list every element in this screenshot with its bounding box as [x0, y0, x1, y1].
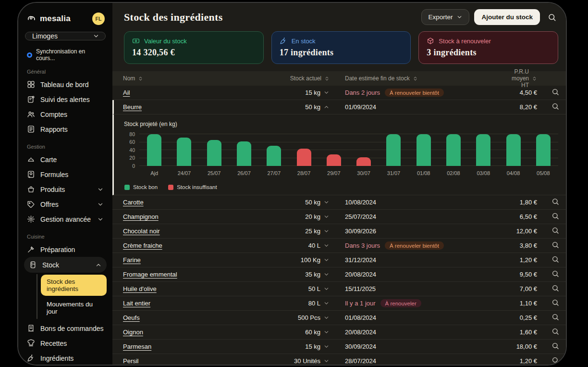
row-search-button[interactable] — [537, 88, 559, 97]
ingredient-name-link[interactable]: Champignon — [123, 213, 282, 220]
add-stock-button[interactable]: Ajouter du stock — [474, 9, 540, 25]
row-search-button[interactable] — [537, 212, 559, 221]
ingredient-name-link[interactable]: Ail — [123, 89, 282, 96]
chart-bar — [297, 149, 311, 166]
ingredient-name-link[interactable]: Carotte — [123, 199, 282, 206]
ingredient-name-link[interactable]: Parmesan — [123, 343, 282, 350]
table-row[interactable]: Lait entier80 LIl y a 1 jourÀ renouveler… — [112, 296, 566, 311]
end-of-stock-date: Dans 2 jours — [345, 89, 380, 96]
sidebar-item-recettes[interactable]: Recettes — [24, 336, 107, 351]
row-search-button[interactable] — [537, 227, 559, 236]
stock-quantity-select[interactable]: 20 kg — [282, 213, 330, 220]
ingredient-name-link[interactable]: Crème fraiche — [123, 242, 282, 249]
sidebar-subitem-mouvements-du-jour[interactable]: Mouvements du jour — [41, 297, 107, 318]
stock-quantity-select[interactable]: 35 kg — [282, 271, 330, 278]
table-row[interactable]: Parmesan15 kg30/09/202418,00 € — [112, 340, 566, 354]
sidebar-item-bons-de-commandes[interactable]: Bons de commandes — [24, 321, 107, 336]
table-row[interactable]: Beurre50 kg01/09/20248,20 € — [112, 100, 566, 114]
sidebar-item-carte[interactable]: Carte — [24, 152, 107, 167]
sidebar-item-label: Recettes — [40, 340, 67, 347]
search-icon — [551, 241, 559, 250]
chevron-down-icon — [323, 214, 330, 220]
table-row[interactable]: Carotte50 kg10/08/20241,80 € — [112, 195, 566, 210]
unit-price: 4,50 € — [508, 89, 537, 96]
sidebar-item-label: Comptes — [40, 111, 67, 118]
table-row[interactable]: Persil30 Unités28/07/20241,20 € — [112, 354, 566, 365]
row-search-button[interactable] — [537, 356, 559, 365]
avatar[interactable]: FL — [92, 13, 105, 25]
row-search-button[interactable] — [537, 299, 559, 308]
ingredient-name-link[interactable]: Farine — [123, 256, 282, 264]
global-search-button[interactable] — [546, 11, 558, 24]
ingredient-name-link[interactable]: Persil — [123, 357, 282, 365]
sidebar-subitem-stock-des-ingredients[interactable]: Stock des ingrédients — [41, 275, 107, 296]
ingredient-name-link[interactable]: Fromage emmental — [123, 271, 282, 278]
stock-quantity-select[interactable]: 25 kg — [282, 228, 330, 235]
stock-quantity-select[interactable]: 30 Unités — [282, 357, 330, 365]
brand-logo-icon — [27, 14, 37, 24]
ingredient-name-link[interactable]: Oeufs — [123, 314, 282, 321]
stock-quantity-select[interactable]: 15 kg — [282, 343, 330, 350]
stock-quantity-select[interactable]: 100 Kg — [282, 256, 330, 264]
stock-quantity-select[interactable]: 40 L — [282, 242, 330, 249]
sidebar-item-gestion-avancee[interactable]: Gestion avancée — [24, 212, 107, 227]
table-row[interactable]: Huile d'olive50 L15/11/20257,00 € — [112, 282, 566, 296]
column-header-stock-actuel[interactable]: Stock actuel — [290, 75, 330, 82]
stock-quantity-select[interactable]: 50 kg — [282, 199, 330, 206]
table-row[interactable]: Crème fraiche40 LDans 3 joursÀ renouvele… — [112, 239, 566, 253]
stock-quantity-select[interactable]: 60 kg — [282, 329, 330, 336]
row-search-button[interactable] — [537, 270, 559, 279]
column-header-nom[interactable]: Nom — [123, 75, 143, 82]
sidebar-item-stock[interactable]: Stock — [24, 257, 107, 273]
app-window: mesalia FL Limoges Synchronisation en co… — [17, 2, 567, 366]
stock-quantity: 60 kg — [305, 329, 320, 336]
sidebar-item-comptes[interactable]: Comptes — [24, 107, 107, 122]
table-row[interactable]: Oignon60 kg20/08/20241,60 € — [112, 325, 566, 340]
sync-status: Synchronisation en cours... — [27, 48, 104, 62]
table-row[interactable]: Oeufs500 Pcs01/08/20240,25 € — [112, 311, 566, 325]
table-row[interactable]: Fromage emmental35 kg20/08/20249,50 € — [112, 267, 566, 282]
sidebar-item-formules[interactable]: Formules — [24, 167, 107, 182]
sidebar-item-produits[interactable]: Produits — [24, 182, 107, 197]
sidebar-item-preparation[interactable]: Préparation — [24, 242, 107, 257]
stock-quantity-select[interactable]: 500 Pcs — [282, 314, 330, 321]
table-row[interactable]: Ail15 kgDans 2 joursÀ renouveler bientôt… — [112, 86, 566, 100]
chart-bar — [177, 138, 191, 166]
chevron-down-icon — [323, 228, 330, 234]
sidebar-item-rapports[interactable]: Rapports — [24, 122, 107, 137]
ingredient-name-link[interactable]: Lait entier — [123, 300, 282, 307]
table-row[interactable]: Champignon20 kg25/07/20246,50 € — [112, 210, 566, 224]
ingredient-name-link[interactable]: Oignon — [123, 329, 282, 336]
sidebar-item-tableau-de-bord[interactable]: Tableau de bord — [24, 77, 107, 92]
row-search-button[interactable] — [537, 255, 559, 265]
sort-icon — [138, 76, 143, 81]
chart-plot: 020406080 — [139, 134, 558, 166]
export-button[interactable]: Exporter — [421, 9, 469, 25]
table-row[interactable]: Chocolat noir25 kg30/09/202612,00 € — [112, 224, 566, 239]
table-row[interactable]: Farine100 Kg31/12/20241,20 € — [112, 253, 566, 267]
sidebar-item-label: Préparation — [40, 246, 75, 253]
search-icon — [551, 227, 559, 236]
ingredient-name-link[interactable]: Chocolat noir — [123, 228, 282, 235]
stock-quantity: 500 Pcs — [298, 314, 320, 321]
ingredient-name-link[interactable]: Beurre — [123, 103, 282, 111]
sidebar-item-ingredients[interactable]: Ingrédients — [24, 351, 107, 365]
stock-quantity-select[interactable]: 50 kg — [282, 103, 330, 111]
row-search-button[interactable] — [537, 102, 559, 112]
row-search-button[interactable] — [537, 241, 559, 250]
sidebar-item-suivi-des-alertes[interactable]: Suivi des alertes — [24, 92, 107, 107]
column-header-date[interactable]: Date estimée fin de stock — [345, 75, 418, 82]
row-search-button[interactable] — [537, 328, 559, 337]
row-search-button[interactable] — [537, 342, 559, 351]
stock-quantity-select[interactable]: 80 L — [282, 300, 330, 307]
stock-quantity-select[interactable]: 15 kg — [282, 89, 330, 96]
stock-quantity-select[interactable]: 50 L — [282, 285, 330, 292]
location-select[interactable]: Limoges — [25, 32, 106, 40]
chart-legend-item: Stock insuffisant — [168, 184, 217, 190]
chart-bar — [476, 134, 490, 166]
sidebar-item-offres[interactable]: Offres — [24, 197, 107, 212]
row-search-button[interactable] — [537, 313, 559, 322]
row-search-button[interactable] — [537, 198, 559, 207]
ingredient-name-link[interactable]: Huile d'olive — [123, 285, 282, 292]
row-search-button[interactable] — [537, 284, 559, 293]
